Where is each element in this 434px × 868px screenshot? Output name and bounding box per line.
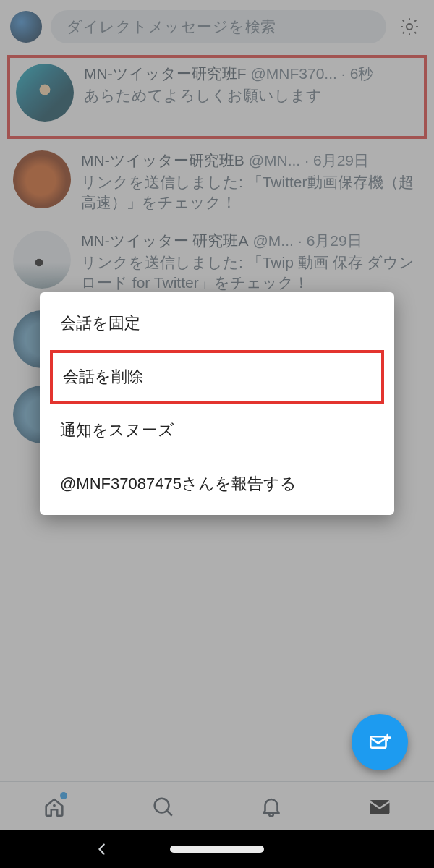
system-home-pill[interactable] — [170, 846, 264, 853]
svg-point-3 — [155, 798, 169, 812]
nav-search[interactable] — [147, 791, 179, 822]
action-pin-conversation[interactable]: 会話を固定 — [40, 297, 394, 350]
conversation-name: MN-ツイッター研究班F — [84, 64, 246, 84]
svg-point-2 — [53, 804, 56, 807]
nav-notifications[interactable] — [255, 791, 287, 822]
action-label: 会話を削除 — [63, 367, 143, 386]
compose-mail-icon — [367, 730, 392, 754]
account-avatar[interactable] — [10, 11, 42, 43]
conversation-preview: リンクを送信しました: 「Twitter動画保存機（超高速）」をチェック！ — [81, 172, 421, 213]
conversation-preview: あらためてよろしくお願いします — [84, 85, 418, 106]
system-back-button[interactable] — [94, 841, 110, 857]
separator-dot: · — [298, 232, 302, 250]
gear-icon — [399, 16, 420, 38]
conversation-avatar[interactable] — [13, 231, 71, 289]
conversation-row[interactable]: MN-ツイッター研究班B @MN... · 6月29日 リンクを送信しました: … — [0, 143, 434, 224]
search-icon — [150, 794, 175, 819]
nav-home[interactable] — [38, 791, 70, 822]
conversation-handle: @MN... — [249, 152, 300, 169]
conversation-handle: @M... — [253, 232, 294, 250]
mail-icon — [367, 793, 393, 820]
bell-icon — [259, 794, 284, 819]
conversation-body: MN-ツイッター研究班B @MN... · 6月29日 リンクを送信しました: … — [81, 150, 421, 213]
conversation-action-sheet: 会話を固定 会話を削除 通知をスヌーズ @MNF37087475さんを報告する — [40, 292, 394, 515]
conversation-row[interactable]: MN-ツイッター研究班F @MNF370... · 6秒 あらためてよろしくお願… — [7, 55, 427, 139]
settings-button[interactable] — [395, 12, 424, 41]
conversation-body: MN-ツイッター 研究班A @M... · 6月29日 リンクを送信しました: … — [81, 231, 421, 294]
conversation-avatar[interactable] — [13, 150, 71, 208]
nav-messages[interactable] — [364, 791, 396, 822]
conversation-handle: @MNF370... — [250, 65, 336, 82]
conversation-preview: リンクを送信しました: 「Twip 動画 保存 ダウンロード for Twitt… — [81, 252, 421, 294]
conversation-name: MN-ツイッター研究班B — [81, 150, 244, 171]
svg-point-0 — [407, 24, 412, 30]
svg-rect-4 — [370, 800, 390, 814]
conversation-row[interactable]: MN-ツイッター 研究班A @M... · 6月29日 リンクを送信しました: … — [0, 224, 434, 304]
header: ダイレクトメッセージを検索 — [0, 0, 434, 51]
separator-dot: · — [341, 65, 346, 82]
action-label: @MNF37087475さんを報告する — [60, 475, 297, 493]
search-input[interactable]: ダイレクトメッセージを検索 — [51, 10, 386, 43]
conversation-time: 6秒 — [350, 64, 374, 84]
separator-dot: · — [305, 152, 309, 169]
notification-dot — [60, 792, 67, 799]
search-placeholder: ダイレクトメッセージを検索 — [67, 17, 276, 37]
action-report-user[interactable]: @MNF37087475さんを報告する — [40, 457, 394, 511]
conversation-avatar[interactable] — [16, 64, 74, 122]
compose-dm-button[interactable] — [352, 714, 408, 770]
system-nav-bar — [0, 830, 434, 868]
conversation-time: 6月29日 — [307, 231, 362, 251]
conversation-body: MN-ツイッター研究班F @MNF370... · 6秒 あらためてよろしくお願… — [84, 64, 418, 106]
bottom-nav — [0, 781, 434, 830]
conversation-name: MN-ツイッター 研究班A — [81, 231, 249, 251]
action-label: 会話を固定 — [60, 314, 140, 332]
conversation-time: 6月29日 — [313, 150, 369, 171]
action-label: 通知をスヌーズ — [60, 421, 174, 439]
action-delete-conversation[interactable]: 会話を削除 — [50, 350, 384, 404]
action-snooze-notifications[interactable]: 通知をスヌーズ — [40, 404, 394, 457]
chevron-left-icon — [94, 841, 110, 857]
